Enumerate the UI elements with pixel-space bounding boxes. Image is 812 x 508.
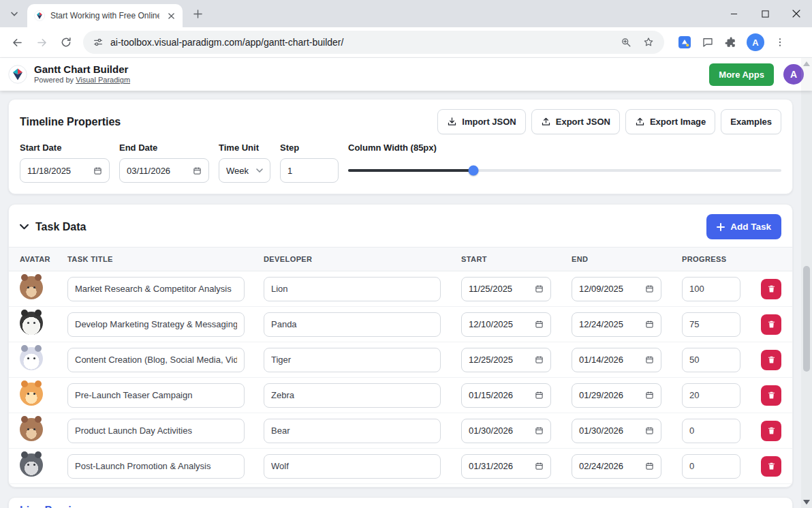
delete-task-button[interactable] [761, 350, 781, 370]
calendar-icon [645, 284, 654, 293]
more-apps-button[interactable]: More Apps [709, 63, 774, 86]
chrome-profile-avatar[interactable]: A [747, 33, 764, 51]
row-end-date-input[interactable]: 01/14/2026 [572, 348, 661, 372]
task-row-3: 12/25/2025 01/14/2026 [9, 342, 792, 378]
row-end-date-input[interactable]: 01/30/2026 [572, 419, 661, 443]
scrollbar-thumb[interactable] [803, 266, 810, 372]
address-bar[interactable]: ai-toolbox.visual-paradigm.com/app/gantt… [83, 31, 664, 54]
export-image-button[interactable]: Export Image [625, 109, 715, 134]
col-end: END [572, 255, 682, 263]
step-input[interactable] [287, 166, 331, 176]
avatar-bear-icon[interactable] [20, 418, 43, 441]
examples-label: Examples [730, 117, 772, 127]
zoom-button[interactable] [621, 37, 632, 48]
row-start-date-input[interactable]: 11/25/2025 [461, 277, 551, 301]
export-json-button[interactable]: Export JSON [531, 109, 620, 134]
progress-input[interactable] [682, 383, 740, 408]
progress-input[interactable] [682, 454, 740, 479]
avatar-cat-icon[interactable] [20, 383, 43, 406]
new-tab-button[interactable] [188, 4, 207, 23]
scroll-up-arrow-icon[interactable] [803, 61, 810, 66]
scroll-down-arrow-icon[interactable] [803, 500, 810, 505]
avatar-wolf-icon[interactable] [20, 453, 43, 477]
timeline-actions: Import JSON Export JSON Export Image Exa… [437, 109, 781, 134]
slider-track[interactable] [348, 169, 781, 172]
row-start-date-input[interactable]: 12/10/2025 [461, 312, 551, 337]
row-end-date-input[interactable]: 02/24/2026 [572, 454, 661, 479]
add-task-button[interactable]: Add Task [706, 214, 781, 239]
avatar-bear-icon[interactable] [20, 276, 43, 299]
avatar-panda-icon[interactable] [20, 312, 43, 335]
export-image-label: Export Image [650, 117, 706, 127]
task-title-input[interactable] [67, 454, 245, 479]
column-width-slider[interactable] [348, 158, 781, 183]
page-title: Gantt Chart Builder [34, 63, 130, 76]
tab-search-button[interactable] [5, 8, 23, 21]
slider-thumb[interactable] [469, 166, 479, 176]
delete-task-button[interactable] [761, 456, 781, 477]
start-date-value: 11/25/2025 [469, 284, 512, 294]
visual-paradigm-link[interactable]: Visual Paradigm [76, 76, 130, 84]
examples-button[interactable]: Examples [721, 109, 781, 134]
extension-blue-button[interactable] [678, 35, 691, 49]
progress-input[interactable] [682, 419, 740, 443]
developer-input[interactable] [264, 277, 441, 301]
task-title-input[interactable] [67, 383, 245, 408]
collapse-task-data-button[interactable] [20, 224, 29, 230]
row-start-date-input[interactable]: 01/30/2026 [461, 419, 551, 443]
end-date-input[interactable]: 03/11/2026 [119, 158, 209, 183]
task-title-input[interactable] [67, 419, 245, 443]
avatar-tiger-icon[interactable] [20, 347, 43, 370]
back-button[interactable] [5, 31, 29, 54]
close-window-button[interactable] [781, 0, 812, 27]
forward-button[interactable] [30, 31, 53, 54]
task-title-input[interactable] [67, 277, 245, 301]
progress-input[interactable] [682, 348, 740, 372]
developer-input[interactable] [264, 419, 441, 443]
developer-input[interactable] [264, 348, 441, 372]
row-end-date-input[interactable]: 01/29/2026 [572, 383, 661, 408]
minimize-button[interactable] [718, 0, 749, 27]
end-date-label: End Date [119, 143, 209, 153]
reload-icon [60, 36, 72, 48]
delete-task-button[interactable] [761, 279, 781, 299]
feedback-button[interactable] [702, 36, 714, 48]
trash-icon [767, 391, 776, 400]
col-avatar: AVATAR [20, 255, 67, 263]
site-info-button[interactable] [93, 37, 104, 48]
end-date-value: 01/30/2026 [579, 425, 623, 436]
delete-task-button[interactable] [761, 421, 781, 441]
delete-task-button[interactable] [761, 385, 781, 406]
browser-menu-button[interactable] [775, 37, 785, 48]
row-end-date-input[interactable]: 12/24/2025 [572, 312, 661, 337]
row-start-date-input[interactable]: 01/15/2026 [461, 383, 551, 408]
delete-task-button[interactable] [761, 314, 781, 335]
row-start-date-input[interactable]: 01/31/2026 [461, 454, 551, 479]
minimize-icon [730, 10, 738, 18]
task-data-title: Task Data [35, 221, 86, 233]
task-title-input[interactable] [67, 348, 245, 372]
task-title-input[interactable] [67, 312, 245, 337]
browser-tab[interactable]: Start Working with Free Online [27, 4, 183, 27]
developer-input[interactable] [264, 454, 441, 479]
maximize-button[interactable] [749, 0, 781, 27]
progress-input[interactable] [682, 277, 740, 301]
start-date-input[interactable]: 11/18/2025 [20, 158, 110, 183]
chevron-down-icon [256, 168, 263, 173]
row-start-date-input[interactable]: 12/25/2025 [461, 348, 551, 372]
start-date-value: 11/18/2025 [27, 166, 71, 176]
progress-input[interactable] [682, 312, 740, 337]
extensions-button[interactable] [724, 36, 736, 48]
time-unit-select[interactable]: Week [219, 158, 270, 183]
developer-input[interactable] [264, 383, 441, 408]
col-progress: PROGRESS [682, 255, 761, 263]
import-json-button[interactable]: Import JSON [437, 109, 525, 134]
start-date-value: 01/31/2026 [469, 461, 513, 471]
row-end-date-input[interactable]: 12/09/2025 [572, 277, 661, 301]
timeline-properties-card: Timeline Properties Import JSON Export J… [8, 99, 793, 194]
bookmark-button[interactable] [642, 36, 655, 48]
reload-button[interactable] [54, 31, 78, 54]
tab-close-button[interactable] [165, 10, 177, 22]
developer-input[interactable] [264, 312, 441, 337]
page-scrollbar[interactable] [801, 58, 812, 508]
